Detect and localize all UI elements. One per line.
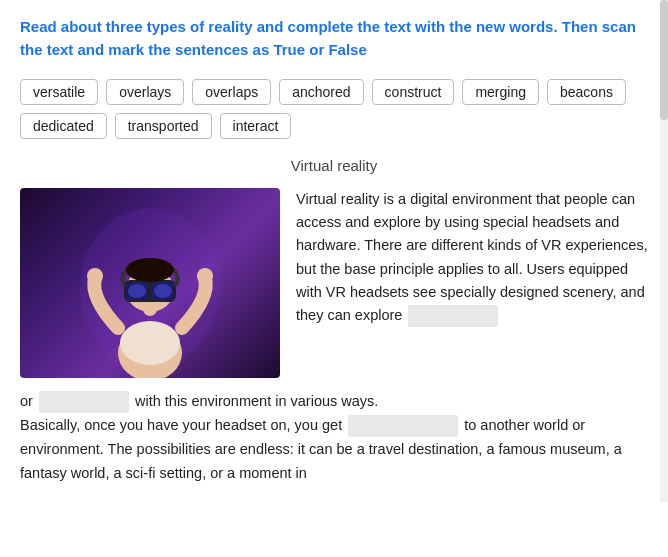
text-with-env: with this environment in various ways. [135, 393, 378, 409]
word-chip-anchored[interactable]: anchored [279, 79, 363, 105]
word-chip-construct[interactable]: construct [372, 79, 455, 105]
vr-image [20, 188, 280, 378]
scrollbar[interactable] [660, 0, 668, 502]
text-basically: Basically, once you have your headset on… [20, 417, 342, 433]
vr-blank-1[interactable] [408, 305, 498, 327]
blank-transported[interactable] [348, 415, 458, 437]
blank-interact[interactable] [39, 391, 129, 413]
word-chip-merging[interactable]: merging [462, 79, 539, 105]
word-chip-beacons[interactable]: beacons [547, 79, 626, 105]
svg-point-2 [120, 321, 180, 365]
scrollbar-thumb[interactable] [660, 0, 668, 120]
word-chip-overlays[interactable]: overlays [106, 79, 184, 105]
word-chip-overlaps[interactable]: overlaps [192, 79, 271, 105]
vr-text-content: Virtual reality is a digital environment… [296, 191, 648, 323]
text-or: or [20, 393, 33, 409]
svg-point-11 [128, 284, 146, 298]
body-paragraph-1: or with this environment in various ways… [20, 390, 648, 414]
word-chip-interact[interactable]: interact [220, 113, 292, 139]
vr-description: Virtual reality is a digital environment… [296, 188, 648, 378]
instruction-text: Read about three types of reality and co… [20, 16, 648, 61]
word-chip-transported[interactable]: transported [115, 113, 212, 139]
svg-point-4 [197, 268, 213, 284]
svg-point-10 [126, 258, 174, 282]
word-chip-dedicated[interactable]: dedicated [20, 113, 107, 139]
body-paragraph-2: Basically, once you have your headset on… [20, 414, 648, 486]
svg-point-12 [154, 284, 172, 298]
word-chip-versatile[interactable]: versatile [20, 79, 98, 105]
svg-point-3 [87, 268, 103, 284]
word-bank: versatile overlays overlaps anchored con… [20, 79, 648, 139]
section-title: Virtual reality [20, 157, 648, 174]
vr-section: Virtual reality is a digital environment… [20, 188, 648, 378]
